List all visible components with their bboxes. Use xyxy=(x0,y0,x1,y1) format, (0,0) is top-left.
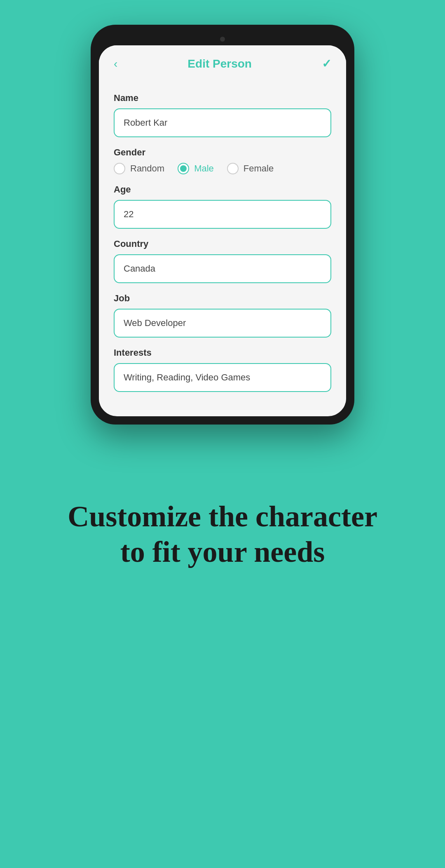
job-input[interactable] xyxy=(114,309,331,338)
country-input[interactable] xyxy=(114,254,331,283)
gender-female-option[interactable]: Female xyxy=(227,163,274,174)
gender-female-label: Female xyxy=(244,163,274,174)
tagline-section: Customize the character to fit your need… xyxy=(35,474,410,595)
app-content: ‹ Edit Person ✓ Name Gender Random xyxy=(99,45,346,408)
tagline: Customize the character to fit your need… xyxy=(68,499,377,570)
name-input[interactable] xyxy=(114,108,331,137)
gender-male-option[interactable]: Male xyxy=(178,163,214,174)
phone-screen: ‹ Edit Person ✓ Name Gender Random xyxy=(99,45,346,416)
gender-label: Gender xyxy=(114,147,331,158)
phone-frame: ‹ Edit Person ✓ Name Gender Random xyxy=(91,25,354,425)
age-input[interactable] xyxy=(114,200,331,229)
gender-male-radio[interactable] xyxy=(178,163,189,174)
phone-notch xyxy=(190,33,255,45)
interests-input[interactable] xyxy=(114,363,331,392)
gender-random-label: Random xyxy=(130,163,164,174)
gender-radio-group: Random Male Female xyxy=(114,163,331,174)
job-label: Job xyxy=(114,293,331,304)
form-body: Name Gender Random Male xyxy=(99,79,346,408)
notch-camera xyxy=(220,37,225,42)
interests-label: Interests xyxy=(114,347,331,358)
gender-random-radio[interactable] xyxy=(114,163,125,174)
page-title: Edit Person xyxy=(187,57,252,70)
back-button[interactable]: ‹ xyxy=(114,57,117,70)
gender-male-label: Male xyxy=(194,163,214,174)
phone-wrapper: ‹ Edit Person ✓ Name Gender Random xyxy=(91,25,354,425)
age-label: Age xyxy=(114,184,331,195)
tagline-line1: Customize the character xyxy=(68,500,377,533)
gender-random-option[interactable]: Random xyxy=(114,163,164,174)
country-label: Country xyxy=(114,239,331,249)
tagline-line2: to fit your needs xyxy=(120,535,325,568)
confirm-button[interactable]: ✓ xyxy=(322,57,331,70)
name-label: Name xyxy=(114,93,331,103)
page-header: ‹ Edit Person ✓ xyxy=(99,45,346,79)
gender-female-radio[interactable] xyxy=(227,163,239,174)
